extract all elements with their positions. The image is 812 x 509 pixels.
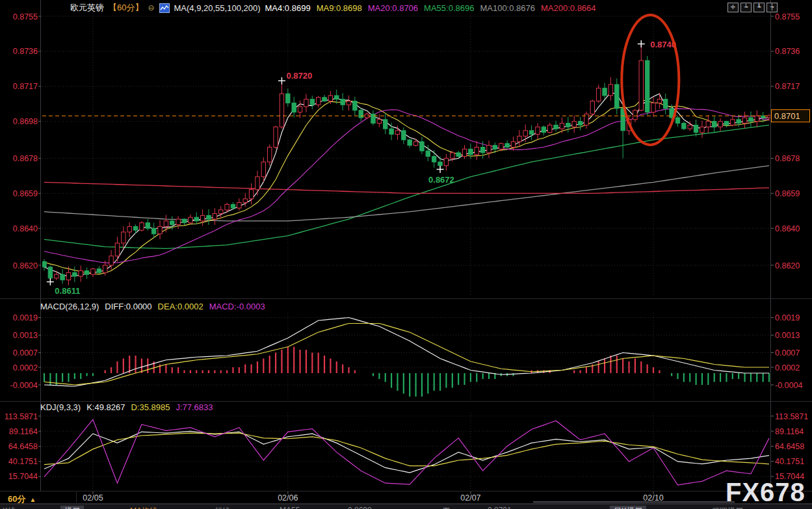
svg-text:02/05: 02/05 <box>83 493 103 502</box>
candle <box>475 147 478 154</box>
candle <box>505 144 509 148</box>
candle <box>438 162 442 166</box>
candle <box>133 226 137 230</box>
crosshair-icon[interactable]: ✛ <box>727 3 739 12</box>
ma-value: MA4:0.8699 <box>265 3 311 13</box>
svg-text:FX678: FX678 <box>726 478 805 506</box>
candle <box>548 125 552 132</box>
pane-expand-icon[interactable]: ┾ <box>766 3 778 12</box>
ma-value: MA200:0.8664 <box>541 3 596 13</box>
toolbar-item[interactable]: 管理横屏 <box>712 506 743 509</box>
macd-header: MACD(26,12,9)DIFF:0.0000DEA:0.0002MACD:-… <box>40 302 277 311</box>
candle <box>359 111 363 118</box>
candle <box>675 118 679 124</box>
svg-text:0.0002: 0.0002 <box>13 363 38 372</box>
interval-label[interactable]: 60分 <box>8 494 25 504</box>
candle <box>91 269 95 275</box>
ma-value: MA55:0.8696 <box>424 3 474 13</box>
timeframe-label: 【60分】 <box>109 2 143 14</box>
candle <box>298 107 302 112</box>
candle <box>322 98 326 101</box>
candle <box>420 142 424 151</box>
candle <box>182 219 186 223</box>
svg-text:0.0019: 0.0019 <box>775 313 800 322</box>
candle <box>176 219 180 225</box>
candle <box>328 96 332 101</box>
svg-text:0.8717: 0.8717 <box>775 82 800 91</box>
window-controls: ✛┶┺┾ <box>727 3 778 12</box>
toolbar-item[interactable]: MA均线 <box>130 506 157 509</box>
macd-values: DIFF:0.0000DEA:0.0002MACD:-0.0003 <box>105 302 270 311</box>
candle <box>48 267 52 278</box>
candle <box>493 146 497 150</box>
candle <box>194 217 198 221</box>
candle <box>596 88 600 101</box>
toolbar-item[interactable]: 横屏 <box>60 506 84 509</box>
ma-indicator-icon[interactable] <box>159 3 170 13</box>
candle <box>261 162 265 177</box>
svg-text:0.8678: 0.8678 <box>13 154 38 163</box>
axis-right-icon[interactable]: ┺ <box>753 3 765 12</box>
candle <box>97 269 101 273</box>
candle <box>657 99 661 103</box>
candle <box>742 118 746 124</box>
candle <box>189 217 192 223</box>
svg-text:0.8640: 0.8640 <box>13 224 38 233</box>
candle <box>462 149 466 156</box>
svg-text:64.6458: 64.6458 <box>8 442 38 451</box>
macd-value: DIFF:0.0000 <box>105 302 151 311</box>
candle <box>603 88 607 96</box>
toolbar-item[interactable]: 标线 <box>215 506 230 509</box>
toolbar-item[interactable]: 日K横屏 <box>610 506 646 509</box>
candle <box>255 177 259 190</box>
candle <box>590 101 594 114</box>
toolbar-item[interactable]: 0.8698 <box>348 506 372 509</box>
candle <box>682 124 686 129</box>
candle <box>243 199 247 203</box>
candle <box>274 127 278 147</box>
candle <box>566 124 570 127</box>
svg-text:02/10: 02/10 <box>643 493 663 502</box>
candle <box>73 272 77 276</box>
axis-left-icon[interactable]: ┶ <box>740 3 752 12</box>
candle <box>60 274 64 280</box>
candle <box>225 204 229 210</box>
candle <box>456 153 460 157</box>
kdj-value: D:35.8985 <box>131 402 170 412</box>
toolbar-item[interactable]: MA55 <box>280 506 300 509</box>
svg-text:0.8698: 0.8698 <box>13 117 38 126</box>
candle <box>469 149 473 155</box>
svg-text:0.8736: 0.8736 <box>775 47 800 56</box>
candle <box>371 114 375 123</box>
candle <box>249 190 253 199</box>
svg-text:0.0019: 0.0019 <box>13 313 38 322</box>
bottom-toolbar[interactable]: K线横屏MA均线标线MA550.8698周0.8701日K横屏管理横屏 <box>0 504 812 509</box>
interval-arrow-icon[interactable]: ▲ <box>29 496 36 503</box>
candle <box>280 94 283 127</box>
candle <box>85 271 88 275</box>
toolbar-item[interactable]: 周 <box>442 506 450 509</box>
collapse-icon[interactable]: ⊖ <box>148 3 154 12</box>
svg-text:02/06: 02/06 <box>278 493 298 502</box>
chart-canvas[interactable]: 0.87010.86110.87200.86720.8740FX6780.875… <box>0 0 812 509</box>
svg-text:0.0013: 0.0013 <box>775 331 800 340</box>
candle <box>42 261 46 267</box>
candle <box>487 146 491 153</box>
candle <box>213 214 216 220</box>
svg-text:113.5871: 113.5871 <box>775 412 808 421</box>
svg-text:-0.0004: -0.0004 <box>775 381 802 390</box>
kdj-value: J:77.6833 <box>176 402 213 412</box>
toolbar-item[interactable]: 0.8701 <box>488 506 512 509</box>
candle <box>645 60 649 112</box>
svg-text:0.0013: 0.0013 <box>13 331 38 340</box>
candle <box>755 116 759 122</box>
svg-text:15.7044: 15.7044 <box>775 472 804 481</box>
svg-text:0.8611: 0.8611 <box>55 286 80 296</box>
candle <box>426 151 430 157</box>
candle <box>499 144 503 150</box>
candle <box>231 204 235 208</box>
toolbar-item[interactable]: K线 <box>3 506 16 509</box>
candle <box>578 122 582 125</box>
scrollbar-thumb[interactable] <box>533 501 735 503</box>
svg-text:0.8736: 0.8736 <box>13 47 38 56</box>
